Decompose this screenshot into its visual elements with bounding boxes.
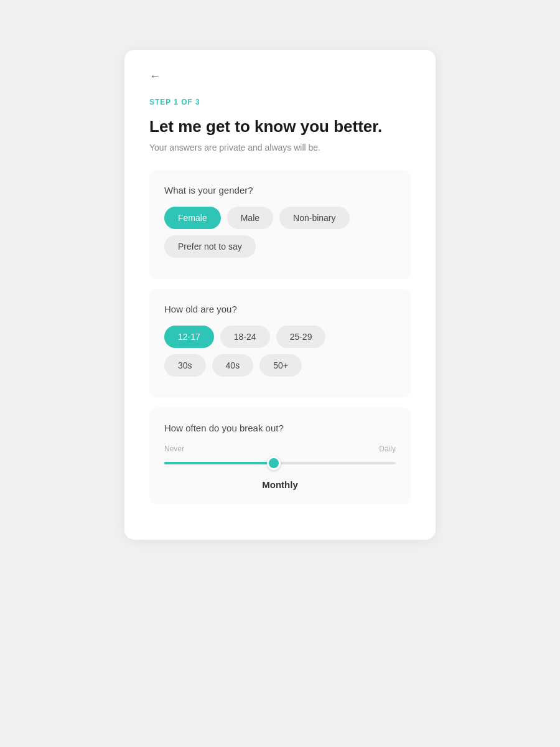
age-option-30s[interactable]: 30s bbox=[164, 354, 206, 377]
slider-wrapper bbox=[164, 457, 396, 469]
slider-fill bbox=[164, 462, 273, 464]
step-label: STEP 1 OF 3 bbox=[149, 98, 411, 106]
back-arrow-icon: ← bbox=[149, 70, 161, 83]
gender-option-prefer-not[interactable]: Prefer not to say bbox=[164, 235, 256, 258]
gender-question-label: What is your gender? bbox=[164, 185, 396, 195]
age-option-25-29[interactable]: 25-29 bbox=[276, 326, 326, 348]
page-subtitle: Your answers are private and always will… bbox=[149, 143, 411, 153]
age-option-50plus[interactable]: 50+ bbox=[259, 354, 302, 377]
page-title: Let me get to know you better. bbox=[149, 116, 411, 138]
breakout-slider-section: Never Daily Monthly bbox=[164, 444, 396, 490]
gender-options-row2: Prefer not to say bbox=[164, 235, 396, 258]
slider-labels: Never Daily bbox=[164, 444, 396, 453]
main-card: ← STEP 1 OF 3 Let me get to know you bet… bbox=[124, 50, 436, 540]
gender-option-nonbinary[interactable]: Non-binary bbox=[279, 207, 349, 229]
slider-min-label: Never bbox=[164, 444, 184, 453]
slider-current-value: Monthly bbox=[164, 479, 396, 490]
gender-option-female[interactable]: Female bbox=[164, 207, 221, 229]
age-option-12-17[interactable]: 12-17 bbox=[164, 326, 214, 348]
slider-thumb bbox=[267, 456, 281, 470]
back-button[interactable]: ← bbox=[149, 70, 161, 83]
age-option-40s[interactable]: 40s bbox=[212, 354, 254, 377]
slider-max-label: Daily bbox=[379, 444, 396, 453]
gender-question-card: What is your gender? Female Male Non-bin… bbox=[149, 170, 411, 279]
gender-option-male[interactable]: Male bbox=[227, 207, 273, 229]
age-question-label: How old are you? bbox=[164, 304, 396, 314]
age-options-row1: 12-17 18-24 25-29 bbox=[164, 326, 396, 348]
age-question-card: How old are you? 12-17 18-24 25-29 30s 4… bbox=[149, 289, 411, 398]
breakout-question-label: How often do you break out? bbox=[164, 423, 396, 433]
age-options-row2: 30s 40s 50+ bbox=[164, 354, 396, 377]
age-option-18-24[interactable]: 18-24 bbox=[220, 326, 270, 348]
gender-options-row1: Female Male Non-binary bbox=[164, 207, 396, 229]
breakout-question-card: How often do you break out? Never Daily … bbox=[149, 408, 411, 505]
